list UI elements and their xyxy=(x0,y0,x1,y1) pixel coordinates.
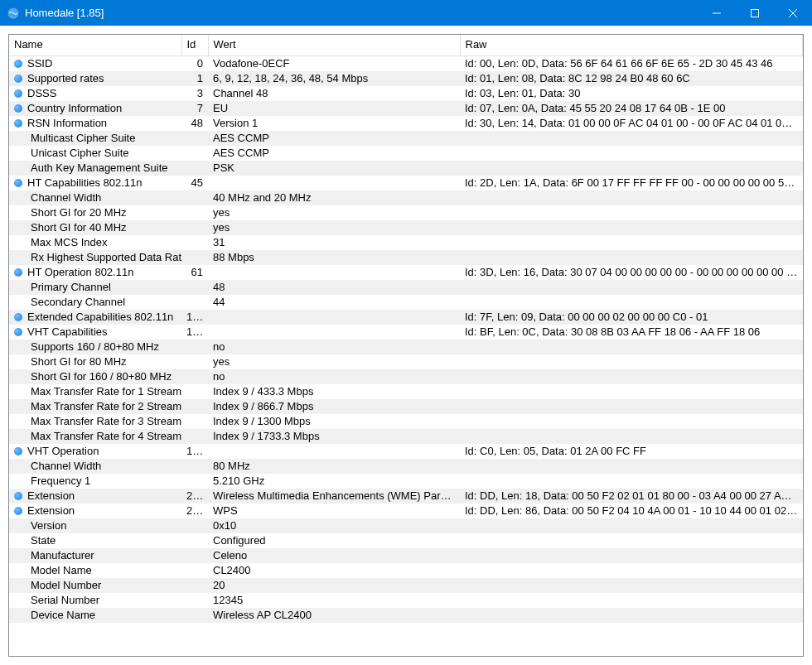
table-row[interactable]: HT Capabilities 802.11n45Id: 2D, Len: 1A… xyxy=(9,176,803,190)
table-row[interactable]: HT Operation 802.11n61Id: 3D, Len: 16, D… xyxy=(9,265,803,280)
row-raw xyxy=(460,384,803,399)
table-row[interactable]: Extension221Wireless Multimedia Enhancem… xyxy=(9,489,803,504)
table-row[interactable]: Secondary Channel44 xyxy=(9,295,803,310)
table-row[interactable]: Short GI for 20 MHzyes xyxy=(9,205,803,220)
header-wert[interactable]: Wert xyxy=(208,35,460,56)
row-name: VHT Operation xyxy=(27,444,99,459)
row-id xyxy=(181,280,208,295)
row-wert: 31 xyxy=(208,235,460,250)
table-row[interactable]: DSSS3Channel 48Id: 03, Len: 01, Data: 30 xyxy=(9,86,803,101)
table-row[interactable]: Version0x10 xyxy=(9,518,803,533)
info-table: Name Id Wert Raw SSID0Vodafone-0ECFId: 0… xyxy=(9,35,803,623)
row-wert: 20 xyxy=(208,578,460,593)
table-row[interactable]: VHT Operation192Id: C0, Len: 05, Data: 0… xyxy=(9,444,803,459)
row-name: Model Name xyxy=(31,563,92,578)
header-id[interactable]: Id xyxy=(181,35,208,56)
titlebar[interactable]: Homedale [1.85] xyxy=(0,0,812,26)
table-row[interactable]: Short GI for 160 / 80+80 MHzno xyxy=(9,369,803,384)
row-name: Extension xyxy=(27,504,75,518)
table-row[interactable]: VHT Capabilities191Id: BF, Len: 0C, Data… xyxy=(9,325,803,340)
table-row[interactable]: Extension221WPSId: DD, Len: 86, Data: 00… xyxy=(9,504,803,518)
row-wert: 12345 xyxy=(208,593,460,608)
table-row[interactable]: Channel Width80 MHz xyxy=(9,459,803,474)
row-id xyxy=(181,161,208,176)
table-row[interactable]: Supported rates16, 9, 12, 18, 24, 36, 48… xyxy=(9,71,803,86)
maximize-button[interactable] xyxy=(736,0,774,26)
row-raw: Id: BF, Len: 0C, Data: 30 08 8B 03 AA FF… xyxy=(460,325,803,340)
row-id: 191 xyxy=(181,325,208,340)
row-name: Country Information xyxy=(27,101,122,116)
row-name: Extension xyxy=(27,489,75,504)
table-row[interactable]: Primary Channel48 xyxy=(9,280,803,295)
item-bullet-icon xyxy=(14,60,22,68)
row-wert: CL2400 xyxy=(208,563,460,578)
row-name: Device Name xyxy=(31,608,95,623)
row-raw xyxy=(460,220,803,235)
table-row[interactable]: Unicast Cipher SuiteAES CCMP xyxy=(9,146,803,161)
table-row[interactable]: Model Number20 xyxy=(9,578,803,593)
row-raw xyxy=(460,131,803,146)
row-name: Short GI for 160 / 80+80 MHz xyxy=(31,369,172,384)
row-wert xyxy=(208,444,460,459)
table-row[interactable]: Extended Capabilities 802.11n127Id: 7F, … xyxy=(9,310,803,325)
row-raw xyxy=(460,578,803,593)
table-row[interactable]: Frequency 15.210 GHz xyxy=(9,474,803,489)
row-name: Extended Capabilities 802.11n xyxy=(27,310,173,325)
table-row[interactable]: Multicast Cipher SuiteAES CCMP xyxy=(9,131,803,146)
table-panel[interactable]: Name Id Wert Raw SSID0Vodafone-0ECFId: 0… xyxy=(8,34,804,657)
table-row[interactable]: Supports 160 / 80+80 MHzno xyxy=(9,340,803,354)
row-name: Max Transfer Rate for 4 Streams xyxy=(31,429,181,444)
table-row[interactable]: Model NameCL2400 xyxy=(9,563,803,578)
row-name: Channel Width xyxy=(31,459,101,474)
table-row[interactable]: Serial Number12345 xyxy=(9,593,803,608)
minimize-button[interactable] xyxy=(698,0,736,26)
row-wert: yes xyxy=(208,205,460,220)
table-row[interactable]: Max Transfer Rate for 1 StreamIndex 9 / … xyxy=(9,384,803,399)
table-row[interactable]: Channel Width40 MHz and 20 MHz xyxy=(9,190,803,205)
table-row[interactable]: Rx Highest Supported Data Rate88 Mbps xyxy=(9,250,803,265)
close-button[interactable] xyxy=(774,0,812,26)
table-row[interactable]: ManufacturerCeleno xyxy=(9,548,803,563)
table-row[interactable]: StateConfigured xyxy=(9,533,803,548)
row-wert: Channel 48 xyxy=(208,86,460,101)
row-id: 221 xyxy=(181,489,208,504)
row-raw: Id: 7F, Len: 09, Data: 00 00 00 02 00 00… xyxy=(460,310,803,325)
row-id: 192 xyxy=(181,444,208,459)
item-bullet-icon xyxy=(14,268,22,277)
table-row[interactable]: RSN Information48Version 1Id: 30, Len: 1… xyxy=(9,116,803,131)
row-name: Short GI for 40 MHz xyxy=(31,220,127,235)
row-wert: PSK xyxy=(208,161,460,176)
table-row[interactable]: Short GI for 80 MHzyes xyxy=(9,354,803,369)
row-raw: Id: 01, Len: 08, Data: 8C 12 98 24 B0 48… xyxy=(460,71,803,86)
row-name: Frequency 1 xyxy=(31,474,90,489)
item-bullet-icon xyxy=(14,119,22,128)
table-row[interactable]: Short GI for 40 MHzyes xyxy=(9,220,803,235)
row-name: Unicast Cipher Suite xyxy=(31,146,129,161)
row-wert: Wireless Multimedia Enhancements (WME) P… xyxy=(208,489,460,504)
row-raw xyxy=(460,399,803,414)
row-raw: Id: DD, Len: 86, Data: 00 50 F2 04 10 4A… xyxy=(460,504,803,518)
table-row[interactable]: SSID0Vodafone-0ECFId: 00, Len: 0D, Data:… xyxy=(9,56,803,72)
row-name: Max Transfer Rate for 3 Streams xyxy=(31,414,181,429)
row-raw xyxy=(460,146,803,161)
row-id xyxy=(181,563,208,578)
row-wert: Index 9 / 1300 Mbps xyxy=(208,414,460,429)
table-row[interactable]: Device NameWireless AP CL2400 xyxy=(9,608,803,623)
row-wert: 5.210 GHz xyxy=(208,474,460,489)
row-raw xyxy=(460,295,803,310)
item-bullet-icon xyxy=(14,104,22,113)
table-row[interactable]: Max Transfer Rate for 4 StreamsIndex 9 /… xyxy=(9,429,803,444)
header-name[interactable]: Name xyxy=(9,35,181,56)
row-id xyxy=(181,235,208,250)
table-row[interactable]: Auth Key Management SuitePSK xyxy=(9,161,803,176)
row-raw: Id: 07, Len: 0A, Data: 45 55 20 24 08 17… xyxy=(460,101,803,116)
header-raw[interactable]: Raw xyxy=(460,35,803,56)
table-row[interactable]: Country Information7EUId: 07, Len: 0A, D… xyxy=(9,101,803,116)
row-wert: Celeno xyxy=(208,548,460,563)
table-row[interactable]: Max MCS Index31 xyxy=(9,235,803,250)
table-row[interactable]: Max Transfer Rate for 2 StreamsIndex 9 /… xyxy=(9,399,803,414)
row-wert xyxy=(208,265,460,280)
table-row[interactable]: Max Transfer Rate for 3 StreamsIndex 9 /… xyxy=(9,414,803,429)
row-name: Secondary Channel xyxy=(31,295,125,310)
row-raw xyxy=(460,608,803,623)
